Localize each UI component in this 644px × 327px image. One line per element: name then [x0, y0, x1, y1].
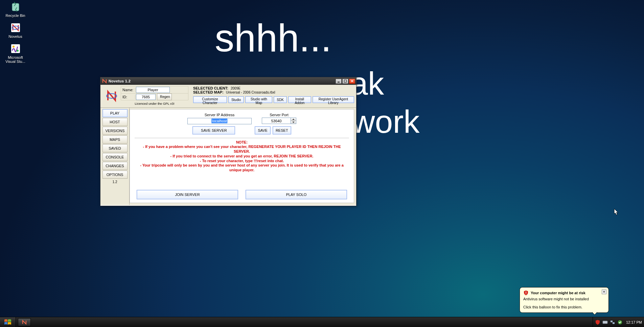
balloon-close-button[interactable]: ✕	[602, 290, 606, 294]
server-ip-input[interactable]	[187, 118, 252, 124]
recycle-bin-icon[interactable]: Recycle Bin	[3, 1, 28, 18]
tray-safely-remove-icon[interactable]	[617, 320, 623, 325]
minimize-button[interactable]	[336, 79, 342, 84]
window-title: Novetus 1.2	[109, 79, 336, 83]
taskbar-clock[interactable]: 12:17 PM	[626, 320, 642, 324]
note-line1: - If you have a problem where you can't …	[135, 145, 349, 154]
register-useragent-button[interactable]: Register UserAgent Library	[313, 96, 354, 103]
balloon-line2: Click this balloon to fix this problem.	[523, 305, 605, 309]
note-line4: - Your tripcode will only be seen by you…	[135, 163, 349, 173]
options-tab[interactable]: OPTIONS	[102, 171, 128, 179]
visual-studio-glyph	[10, 43, 21, 54]
svg-point-4	[13, 46, 15, 48]
join-server-button[interactable]: JOIN SERVER	[137, 190, 238, 199]
titlebar[interactable]: Novetus 1.2	[100, 77, 356, 85]
selected-client-row: SELECTED CLIENT: 2009E	[193, 86, 354, 90]
desktop-icons: Recycle Bin Novetus Microsoft Visual Stu…	[0, 0, 28, 68]
desktop-icon-label: Recycle Bin	[3, 14, 28, 18]
reset-button[interactable]: RESET	[273, 126, 291, 134]
security-balloon[interactable]: ✕ ! Your computer might be at risk Antiv…	[520, 287, 609, 313]
desktop-icon-label: Novetus	[3, 34, 28, 39]
sidebar: PLAY HOST VERSIONS MAPS SAVED CONSOLE CH…	[100, 108, 130, 205]
note-line2: - If you tried to connect to the server …	[135, 154, 349, 159]
name-input[interactable]	[136, 87, 170, 93]
novetus-task-icon	[22, 320, 27, 325]
name-label: Name:	[121, 88, 135, 92]
sidebar-version: 1.2	[113, 180, 117, 184]
novetus-window: Novetus 1.2 Name: ID: Regen Lice	[100, 77, 356, 206]
studio-with-map-button[interactable]: Studio with Map	[245, 96, 272, 103]
visual-studio-icon[interactable]: Microsoft Visual Stu...	[3, 43, 28, 64]
taskbar: 12:17 PM	[0, 317, 644, 327]
balloon-line1: Antivirus software might not be installe…	[523, 297, 605, 301]
port-spin-down[interactable]	[291, 121, 296, 124]
start-flag-icon	[4, 319, 12, 326]
selected-map-value: Universal - 2006 Crossroads.rbxl	[225, 91, 275, 94]
install-addon-button[interactable]: Install Addon	[288, 96, 311, 103]
changes-tab[interactable]: CHANGES	[102, 162, 128, 170]
note-block: NOTE: - If you have a problem where you …	[135, 140, 349, 173]
main-panel: Server IP Address localhost Server Port	[130, 109, 354, 203]
customize-character-button[interactable]: Customize Character	[193, 96, 227, 103]
save-server-button[interactable]: SAVE SERVER	[192, 126, 235, 134]
selected-client-value: 2009E	[229, 86, 240, 90]
selected-client-label: SELECTED CLIENT:	[193, 86, 228, 90]
desktop-icon-label: Microsoft Visual Stu...	[3, 55, 28, 64]
cursor-icon	[612, 208, 619, 217]
play-tab[interactable]: PLAY	[102, 109, 128, 117]
svg-point-5	[17, 50, 19, 52]
server-port-label: Server Port	[262, 113, 296, 117]
taskbar-novetus-button[interactable]	[18, 318, 31, 326]
studio-button[interactable]: Studio	[228, 96, 244, 103]
play-solo-button[interactable]: PLAY SOLO	[246, 190, 347, 199]
tray-keyboard-icon[interactable]	[602, 320, 608, 325]
svg-rect-10	[603, 321, 607, 324]
id-input[interactable]	[136, 94, 156, 100]
sdk-button[interactable]: SDK	[274, 96, 287, 103]
regen-button[interactable]: Regen	[157, 94, 172, 100]
save-button[interactable]: SAVE	[255, 126, 271, 134]
system-tray: 12:17 PM	[593, 317, 644, 327]
svg-rect-7	[344, 80, 347, 82]
start-button[interactable]	[0, 317, 16, 327]
port-spin-up[interactable]	[291, 118, 296, 121]
svg-rect-6	[338, 82, 340, 82]
balloon-title: Your computer might be at risk	[531, 291, 585, 295]
titlebar-app-icon	[102, 79, 107, 83]
selected-map-label: SELECTED MAP:	[193, 90, 224, 94]
server-port-input[interactable]	[262, 118, 291, 124]
license-text: Licenced under the GPL v3!	[121, 100, 188, 105]
svg-text:!: !	[525, 291, 527, 295]
versions-tab[interactable]: VERSIONS	[102, 127, 128, 135]
wallpaper-line1: shhh...	[215, 19, 420, 57]
tray-network-icon[interactable]	[610, 320, 615, 325]
novetus-glyph	[10, 22, 21, 33]
recycle-bin-glyph	[10, 1, 21, 12]
tray-security-icon[interactable]	[595, 320, 600, 325]
novetus-icon[interactable]: Novetus	[3, 22, 28, 39]
divider	[135, 138, 349, 138]
maps-tab[interactable]: MAPS	[102, 135, 128, 144]
top-panel: Name: ID: Regen Licenced under the GPL v…	[100, 85, 356, 108]
id-label: ID:	[121, 95, 135, 99]
svg-rect-11	[611, 321, 613, 322]
note-line3: - To reset your character, type !!!reset…	[135, 159, 349, 164]
svg-rect-12	[613, 322, 615, 324]
close-button[interactable]	[349, 79, 355, 84]
app-logo	[102, 86, 121, 105]
saved-tab[interactable]: SAVED	[102, 144, 128, 152]
note-heading: NOTE:	[135, 140, 349, 145]
console-tab[interactable]: CONSOLE	[102, 153, 128, 161]
maximize-button[interactable]	[342, 79, 348, 84]
host-tab[interactable]: HOST	[102, 118, 128, 126]
selected-map-row: SELECTED MAP: Universal - 2006 Crossroad…	[193, 90, 354, 94]
server-ip-label: Server IP Address	[187, 113, 252, 117]
shield-warning-icon: !	[523, 290, 529, 296]
